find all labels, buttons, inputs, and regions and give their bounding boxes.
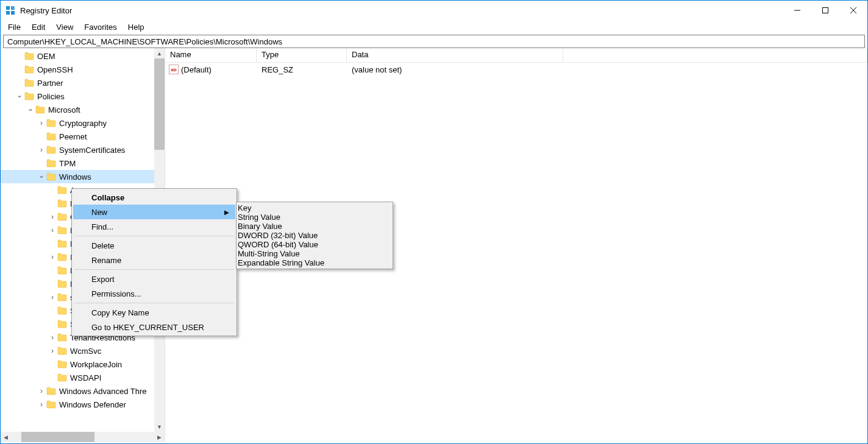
menu-item-label: Multi-String Value xyxy=(238,249,300,258)
column-name[interactable]: Name xyxy=(165,48,257,62)
menu-item[interactable]: Collapse xyxy=(73,190,235,205)
chevron-right-icon[interactable]: › xyxy=(48,347,57,355)
string-value-icon: ab xyxy=(169,65,179,74)
address-bar[interactable]: Computer\HKEY_LOCAL_MACHINE\SOFTWARE\Pol… xyxy=(3,35,865,48)
scroll-up-button[interactable]: ▲ xyxy=(154,48,165,58)
tree-item-label: Cryptography xyxy=(59,119,107,128)
tree-item[interactable]: ›SystemCertificates xyxy=(1,143,165,157)
menubar: File Edit View Favorites Help xyxy=(1,20,867,33)
menu-item-label: Expandable String Value xyxy=(238,258,324,267)
maximize-button[interactable] xyxy=(811,1,839,20)
menu-item[interactable]: Key xyxy=(238,203,391,213)
submenu-new: KeyString ValueBinary ValueDWORD (32-bit… xyxy=(236,202,393,269)
menu-item[interactable]: Binary Value xyxy=(238,222,391,231)
chevron-right-icon[interactable]: › xyxy=(48,226,57,234)
menu-item[interactable]: Copy Key Name xyxy=(73,305,235,320)
menu-item-label: Permissions... xyxy=(91,289,141,298)
menu-item[interactable]: Export xyxy=(73,272,235,286)
menu-edit[interactable]: Edit xyxy=(27,21,50,33)
folder-icon xyxy=(46,400,57,409)
folder-icon xyxy=(57,292,68,302)
value-name: (Default) xyxy=(181,65,212,74)
chevron-down-icon[interactable]: ⌄ xyxy=(26,104,35,113)
tree-item[interactable]: ›Cryptography xyxy=(1,116,165,130)
tree-item[interactable]: OpenSSH xyxy=(1,63,165,76)
chevron-down-icon[interactable]: ⌄ xyxy=(37,171,46,180)
folder-icon xyxy=(57,239,68,248)
list-header: Name Type Data xyxy=(165,48,867,63)
folder-icon xyxy=(57,359,68,369)
menu-item-label: New xyxy=(91,208,107,217)
menu-item[interactable]: Rename xyxy=(73,253,235,267)
tree-item[interactable]: OEM xyxy=(1,49,165,63)
tree-item[interactable]: ⌄Windows xyxy=(1,170,165,183)
scroll-left-button[interactable]: ◀ xyxy=(1,432,11,442)
chevron-right-icon[interactable]: › xyxy=(48,293,57,301)
value-row[interactable]: ab(Default)REG_SZ(value not set) xyxy=(165,63,867,76)
chevron-right-icon[interactable]: › xyxy=(37,400,46,409)
minimize-button[interactable] xyxy=(783,1,811,20)
scroll-thumb-horizontal[interactable] xyxy=(21,432,94,442)
tree-item-label: OEM xyxy=(37,52,55,61)
menu-item[interactable]: Expandable String Value xyxy=(238,258,391,267)
menu-favorites[interactable]: Favorites xyxy=(79,21,121,33)
menu-separator xyxy=(74,269,234,270)
menu-item[interactable]: Multi-String Value xyxy=(238,249,391,258)
tree-item[interactable]: Peernet xyxy=(1,130,165,143)
menu-item-label: Export xyxy=(91,275,115,284)
chevron-right-icon[interactable]: › xyxy=(37,387,46,395)
value-data: (value not set) xyxy=(347,65,867,74)
menu-item-label: String Value xyxy=(238,213,280,222)
menu-item[interactable]: Find... xyxy=(73,219,235,234)
scroll-right-button[interactable]: ▶ xyxy=(154,432,165,442)
tree-item[interactable]: ⌄Policies xyxy=(1,90,165,103)
svg-rect-2 xyxy=(6,11,10,15)
chevron-right-icon[interactable]: › xyxy=(48,333,57,342)
menu-item[interactable]: Delete xyxy=(73,238,235,253)
folder-icon xyxy=(35,105,46,115)
tree-item[interactable]: ›WcmSvc xyxy=(1,344,165,358)
tree-item[interactable]: WorkplaceJoin xyxy=(1,358,165,371)
menu-item[interactable]: String Value xyxy=(238,213,391,222)
menu-item[interactable]: DWORD (32-bit) Value xyxy=(238,231,391,240)
folder-icon xyxy=(24,78,35,88)
chevron-right-icon[interactable]: › xyxy=(37,146,46,154)
tree-item-label: TPM xyxy=(59,159,76,168)
folder-icon xyxy=(46,386,57,396)
menu-item[interactable]: Go to HKEY_CURRENT_USER xyxy=(73,320,235,334)
app-icon xyxy=(5,5,15,15)
folder-icon xyxy=(57,333,68,342)
menu-view[interactable]: View xyxy=(51,21,78,33)
menu-separator xyxy=(74,303,234,303)
column-spacer xyxy=(563,48,867,62)
scroll-thumb-vertical[interactable] xyxy=(154,58,165,150)
column-data[interactable]: Data xyxy=(347,48,563,62)
chevron-right-icon[interactable]: › xyxy=(48,253,57,261)
menu-item[interactable]: QWORD (64-bit) Value xyxy=(238,240,391,249)
tree-item[interactable]: Partner xyxy=(1,76,165,90)
tree-item-label: Policies xyxy=(37,92,65,101)
menu-help[interactable]: Help xyxy=(123,21,149,33)
tree-item[interactable]: TPM xyxy=(1,157,165,170)
menu-item[interactable]: New▶ xyxy=(73,205,235,219)
chevron-right-icon[interactable]: › xyxy=(37,119,46,127)
tree-scrollbar-horizontal[interactable]: ◀ ▶ xyxy=(1,432,165,442)
tree-item[interactable]: WSDAPI xyxy=(1,371,165,384)
scroll-down-button[interactable]: ▼ xyxy=(154,421,165,432)
column-type[interactable]: Type xyxy=(257,48,347,62)
folder-icon xyxy=(24,65,35,74)
window-title: Registry Editor xyxy=(20,6,72,15)
tree-item[interactable]: ⌄Microsoft xyxy=(1,103,165,116)
menu-item-label: Binary Value xyxy=(238,222,282,231)
menu-item-label: Copy Key Name xyxy=(91,308,149,317)
chevron-right-icon[interactable]: › xyxy=(48,213,57,221)
menu-item[interactable]: Permissions... xyxy=(73,286,235,301)
folder-icon xyxy=(57,212,68,222)
folder-icon xyxy=(57,346,68,356)
close-button[interactable] xyxy=(839,1,867,20)
chevron-down-icon[interactable]: ⌄ xyxy=(15,91,24,99)
tree-item[interactable]: ›Windows Defender xyxy=(1,398,165,411)
folder-icon xyxy=(57,373,68,382)
menu-file[interactable]: File xyxy=(3,21,26,33)
tree-item[interactable]: ›Windows Advanced Thre xyxy=(1,384,165,398)
